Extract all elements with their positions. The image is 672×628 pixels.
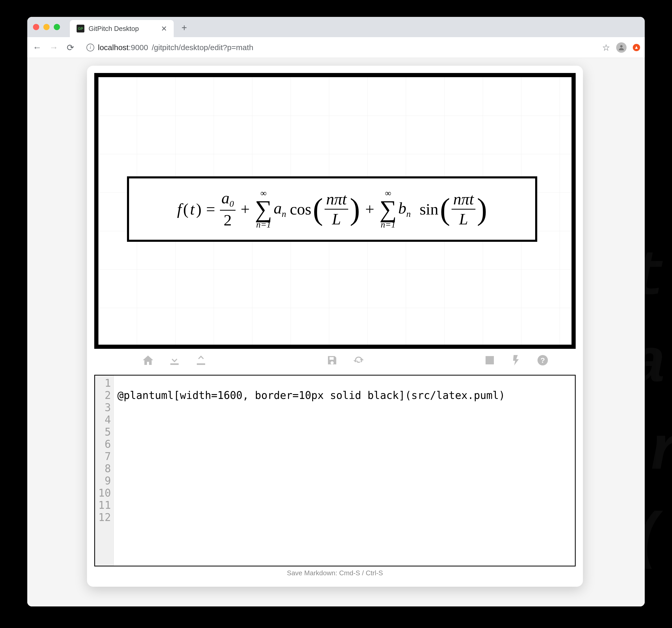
code-line[interactable]: @plantuml[width=1600, border=10px solid … — [117, 389, 571, 401]
save-icon[interactable] — [325, 354, 339, 370]
url-path: /gitpitch/desktop/edit?p=math — [152, 43, 253, 52]
reload-button[interactable]: ⟳ — [65, 42, 76, 53]
upload-icon[interactable] — [194, 354, 208, 370]
close-tab-icon[interactable]: ✕ — [161, 24, 167, 33]
line-number: 7 — [95, 450, 111, 463]
line-number: 3 — [95, 401, 111, 414]
code-line[interactable] — [117, 438, 571, 450]
download-icon[interactable] — [167, 354, 182, 370]
minimize-window-button[interactable] — [43, 24, 50, 30]
code-line[interactable] — [117, 463, 571, 475]
refresh-icon[interactable] — [352, 354, 366, 370]
url-host: localhost:9000 — [98, 43, 148, 52]
image-icon[interactable] — [483, 354, 497, 370]
editor-toolbar: ? — [94, 349, 576, 375]
line-number: 4 — [95, 414, 111, 426]
window-controls — [33, 24, 60, 30]
page-viewport: f(t) = a02 + ∞∑n=1 an cos ( nπtL ) + ∞∑n… — [27, 58, 645, 606]
line-number: 9 — [95, 475, 111, 487]
maximize-window-button[interactable] — [54, 24, 60, 30]
code-line[interactable] — [117, 511, 571, 524]
formula-frame: f(t) = a02 + ∞∑n=1 an cos ( nπtL ) + ∞∑n… — [127, 176, 537, 242]
status-bar: Save Markdown: Cmd-S / Ctrl-S — [94, 566, 576, 579]
slide-preview: f(t) = a02 + ∞∑n=1 an cos ( nπtL ) + ∞∑n… — [94, 73, 576, 349]
line-number: 8 — [95, 463, 111, 475]
code-line[interactable] — [117, 414, 571, 426]
svg-text:?: ? — [541, 356, 545, 364]
line-number: 12 — [95, 511, 111, 524]
line-number: 1 — [95, 377, 111, 389]
code-line[interactable] — [117, 401, 571, 414]
address-bar: ← → ⟳ i localhost:9000/gitpitch/desktop/… — [27, 37, 645, 58]
code-line[interactable] — [117, 426, 571, 438]
tab-title: GitPitch Desktop — [89, 25, 157, 33]
code-line[interactable] — [117, 377, 571, 389]
line-number: 10 — [95, 487, 111, 499]
home-icon[interactable] — [141, 354, 155, 370]
browser-tab[interactable]: GP GitPitch Desktop ✕ — [70, 20, 174, 37]
tab-favicon: GP — [77, 25, 85, 32]
url-field[interactable]: i localhost:9000/gitpitch/desktop/edit?p… — [82, 40, 596, 55]
close-window-button[interactable] — [33, 24, 39, 30]
tab-bar: GP GitPitch Desktop ✕ + — [27, 17, 645, 37]
browser-window: GP GitPitch Desktop ✕ + ← → ⟳ i localhos… — [27, 17, 645, 606]
new-tab-button[interactable]: + — [182, 22, 187, 33]
bookmark-star-icon[interactable]: ☆ — [602, 42, 610, 53]
profile-avatar-icon[interactable] — [616, 42, 627, 53]
site-info-icon[interactable]: i — [87, 44, 94, 51]
back-button[interactable]: ← — [32, 42, 42, 52]
code-line[interactable] — [117, 450, 571, 463]
code-line[interactable] — [117, 499, 571, 511]
gitpitch-app: f(t) = a02 + ∞∑n=1 an cos ( nπtL ) + ∞∑n… — [87, 66, 583, 587]
math-formula: f(t) = a02 + ∞∑n=1 an cos ( nπtL ) + ∞∑n… — [177, 189, 487, 229]
code-line[interactable] — [117, 487, 571, 499]
help-icon[interactable]: ? — [536, 354, 550, 370]
line-number: 11 — [95, 499, 111, 511]
forward-button[interactable]: → — [49, 42, 59, 52]
extension-icon[interactable]: ▲ — [633, 44, 640, 51]
svg-point-0 — [620, 45, 622, 47]
line-gutter: 123456789101112 — [95, 376, 114, 566]
flash-icon[interactable] — [509, 354, 523, 370]
line-number: 5 — [95, 426, 111, 438]
code-line[interactable] — [117, 475, 571, 487]
code-content[interactable]: @plantuml[width=1600, border=10px solid … — [114, 376, 575, 566]
line-number: 2 — [95, 389, 111, 401]
code-editor[interactable]: 123456789101112 @plantuml[width=1600, bo… — [94, 375, 576, 566]
status-hint: Save Markdown: Cmd-S / Ctrl-S — [287, 569, 383, 577]
line-number: 6 — [95, 438, 111, 450]
